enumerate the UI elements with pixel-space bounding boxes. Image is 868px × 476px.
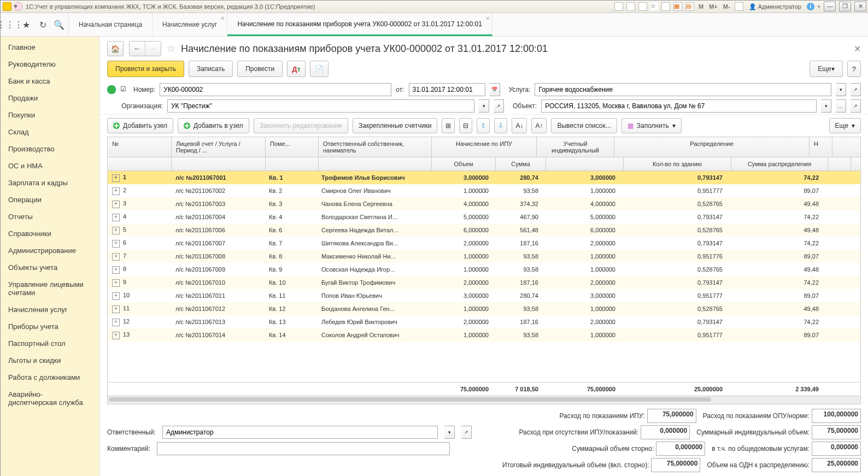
app-menu-icon[interactable]: ▾: [14, 2, 22, 11]
sidebar-item[interactable]: Производство: [1, 140, 99, 157]
sidebar-item[interactable]: Операции: [1, 191, 99, 208]
close-button[interactable]: ✕: [854, 2, 866, 11]
open-ref-icon[interactable]: ↗: [851, 99, 861, 113]
expand-icon[interactable]: +: [112, 240, 120, 248]
dropdown-icon[interactable]: ▾: [821, 99, 831, 113]
toolbar-icon[interactable]: [614, 2, 623, 11]
post-close-button[interactable]: Провести и закрыть: [107, 61, 184, 77]
close-tab-icon[interactable]: ✕: [854, 44, 861, 54]
sidebar-item[interactable]: Льготы и скидки: [1, 352, 99, 369]
forward-button[interactable]: →: [145, 42, 161, 56]
tab-close-icon[interactable]: ✕: [220, 15, 225, 21]
calc-icon[interactable]: ▤: [685, 2, 694, 11]
ellipsis-icon[interactable]: …: [836, 99, 846, 113]
move-down-button[interactable]: ⇩: [494, 118, 507, 133]
search-icon[interactable]: 🔍: [54, 20, 64, 30]
table-row[interactable]: +7л/с №2011067008Кв. 8Максименко Николай…: [108, 250, 860, 263]
sidebar-item[interactable]: Справочники: [1, 225, 99, 242]
add-in-node-button[interactable]: Добавить в узел: [178, 118, 249, 133]
sidebar-item[interactable]: Отчеты: [1, 208, 99, 225]
sidebar-item[interactable]: Продажи: [1, 90, 99, 107]
expand-icon[interactable]: +: [112, 332, 120, 339]
expand-icon[interactable]: +: [112, 174, 120, 182]
output-list-button[interactable]: Вывести список...: [551, 118, 617, 133]
tab[interactable]: Начисление услуг✕: [153, 13, 227, 36]
sidebar-item[interactable]: ОС и НМА: [1, 157, 99, 174]
sidebar-item[interactable]: Банк и касса: [1, 73, 99, 90]
dropdown-icon[interactable]: ▾: [836, 83, 846, 96]
sort-asc-button[interactable]: A↓: [512, 118, 527, 133]
col-sum[interactable]: Сумма: [496, 157, 546, 171]
dropdown-icon[interactable]: ▾: [444, 426, 455, 439]
sidebar-item[interactable]: Покупки: [1, 107, 99, 124]
col-account[interactable]: Лицевой счет / Услуга / Период / ...: [172, 137, 266, 157]
expand-icon[interactable]: +: [112, 279, 120, 287]
table-row[interactable]: +13л/с №2011067014Кв. 14Соколов Андрей О…: [108, 328, 860, 342]
sidebar-item[interactable]: Зарплата и кадры: [1, 174, 99, 191]
sidebar-item[interactable]: Паспортный стол: [1, 335, 99, 352]
open-ref-icon[interactable]: ↗: [851, 83, 861, 96]
responsible-field[interactable]: [162, 426, 438, 439]
collapse-rows-button[interactable]: ⊟: [459, 118, 472, 133]
more-button[interactable]: Еще ▾: [810, 61, 842, 77]
favorites-icon[interactable]: ☆: [650, 3, 658, 10]
m-minus-button[interactable]: M-: [722, 3, 731, 10]
expand-icon[interactable]: +: [112, 201, 120, 208]
table-row[interactable]: +4л/с №2011067004Кв. 4Володарская Светла…: [108, 210, 860, 224]
info-drop-icon[interactable]: ▾: [818, 4, 820, 9]
sidebar-item[interactable]: Руководителю: [1, 56, 99, 73]
table-row[interactable]: +9л/с №2011067010Кв. 10Бугай Виктор Троф…: [108, 276, 860, 289]
fill-button[interactable]: ▦Заполнить ▾: [621, 118, 682, 133]
sidebar-item[interactable]: Аварийно-диспетчерская служба: [1, 386, 99, 411]
tab[interactable]: Начальная страница: [69, 13, 153, 36]
col-h[interactable]: Н: [810, 137, 832, 157]
toolbar-icon[interactable]: [638, 2, 647, 11]
maximize-button[interactable]: ❐: [839, 2, 851, 11]
table-row[interactable]: +11л/с №2011067012Кв. 12Богданова Ангели…: [108, 302, 860, 315]
sidebar-item[interactable]: Объекты учета: [1, 259, 99, 276]
calendar-icon[interactable]: 📅: [490, 83, 500, 96]
table-row[interactable]: +2л/с №2011067002Кв. 2Смирнов Олег Ивано…: [108, 184, 860, 197]
toolbar-icon[interactable]: [626, 2, 635, 11]
col-dist-sum[interactable]: Сумма распределения: [731, 157, 828, 171]
table-row[interactable]: +10л/с №2011067011Кв. 11Попов Иван Юрьев…: [108, 289, 860, 302]
more-table-button[interactable]: Еще ▾: [829, 118, 861, 133]
col-no[interactable]: №: [108, 137, 172, 157]
toolbar-icon[interactable]: [661, 2, 670, 11]
service-field[interactable]: [535, 83, 831, 96]
calendar-icon[interactable]: ▦: [673, 2, 682, 11]
table-row[interactable]: +3л/с №2011067003Кв. 3Чанова Елена Серге…: [108, 197, 860, 210]
tab-close-icon[interactable]: ✕: [485, 15, 490, 21]
home-button[interactable]: 🏠: [107, 41, 124, 56]
toolbar-icon[interactable]: [735, 2, 743, 11]
table-row[interactable]: +5л/с №2011067006Кв. 6Сергеева Надежда В…: [108, 224, 860, 237]
write-button[interactable]: Записать: [189, 61, 233, 77]
favorite-icon[interactable]: ☆: [167, 43, 175, 55]
table-body[interactable]: +1л/с №2011067001Кв. 1Трофимов Илья Бори…: [107, 171, 861, 383]
sidebar-item[interactable]: Администрирование: [1, 242, 99, 259]
sort-desc-button[interactable]: A↑: [531, 118, 547, 133]
movements-button[interactable]: Дт: [287, 61, 306, 77]
minimize-button[interactable]: —: [824, 2, 836, 11]
expand-icon[interactable]: +: [112, 292, 120, 300]
table-row[interactable]: +1л/с №2011067001Кв. 1Трофимов Илья Бори…: [108, 171, 860, 184]
move-up-button[interactable]: ⇧: [477, 118, 490, 133]
sidebar-item[interactable]: Управление лицевыми счетами: [1, 276, 99, 301]
expand-icon[interactable]: +: [112, 227, 120, 234]
post-button[interactable]: Провести: [237, 61, 283, 77]
history-icon[interactable]: ↻: [38, 20, 48, 30]
apps-icon[interactable]: ⋮⋮⋮: [5, 20, 15, 30]
sidebar-item[interactable]: Главное: [1, 39, 99, 56]
col-flat[interactable]: Поме...: [266, 137, 319, 157]
m-button[interactable]: M: [697, 3, 705, 10]
m-plus-button[interactable]: M+: [708, 3, 719, 10]
object-field[interactable]: [541, 99, 817, 113]
dropdown-icon[interactable]: ▾: [479, 99, 489, 113]
expand-icon[interactable]: +: [112, 214, 120, 221]
expand-icon[interactable]: +: [112, 266, 120, 274]
expand-icon[interactable]: +: [112, 319, 120, 326]
open-ref-icon[interactable]: ↗: [461, 426, 472, 439]
expand-icon[interactable]: +: [112, 305, 120, 313]
table-row[interactable]: +12л/с №2011067013Кв. 13Лебедев Юрий Вик…: [108, 315, 860, 328]
report-button[interactable]: 📄: [310, 61, 329, 77]
